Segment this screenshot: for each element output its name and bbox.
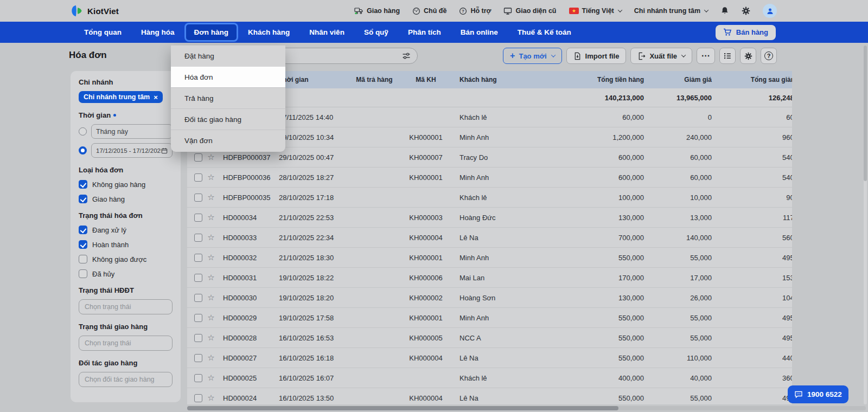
header-customer[interactable]: Khách hàng: [453, 76, 556, 83]
kiotviet-logo[interactable]: KiotViet: [71, 4, 119, 17]
vertical-scrollbar-thumb[interactable]: [864, 46, 867, 181]
table-row[interactable]: ☆ HDFBP000036 28/10/2025 18:27 KH000001 …: [187, 168, 792, 188]
table-row[interactable]: ☆ HD000030 19/10/2025 18:20 KH000002 Hoà…: [187, 288, 792, 308]
star-icon[interactable]: ☆: [202, 393, 220, 403]
star-icon[interactable]: ☆: [202, 253, 220, 262]
star-icon[interactable]: ☆: [202, 273, 220, 282]
row-checkbox[interactable]: [194, 374, 202, 382]
topbar-language[interactable]: Tiếng Việt: [569, 7, 622, 15]
table-row[interactable]: ☆ HD000027 16/10/2025 16:18 KH000004 Lê …: [187, 348, 792, 368]
nav-tab[interactable]: Thuế & Kế toán: [509, 24, 579, 40]
delivery-status-select[interactable]: Chọn trạng thái: [79, 336, 173, 351]
row-checkbox[interactable]: [194, 234, 202, 242]
checkbox-option[interactable]: Hoàn thành: [79, 240, 173, 249]
topbar-old-interface[interactable]: Giao diện cũ: [503, 7, 556, 15]
menu-item[interactable]: Hóa đơn: [171, 66, 285, 87]
star-icon[interactable]: ☆: [202, 373, 220, 383]
create-new-button[interactable]: + Tạo mới: [503, 48, 561, 64]
settings-gear[interactable]: [742, 7, 750, 15]
time-range-input[interactable]: 17/12/2015 - 17/12/2025: [91, 143, 173, 158]
table-row[interactable]: ☆ HD000029 19/10/2025 17:58 KH000001 Min…: [187, 308, 792, 328]
more-actions-button[interactable]: ⋯: [697, 48, 715, 64]
menu-item[interactable]: Trả hàng: [171, 87, 285, 108]
table-row[interactable]: ☆ HD000031 19/10/2025 18:22 KH000006 Mai…: [187, 268, 792, 288]
import-file-button[interactable]: Import file: [566, 48, 627, 64]
menu-item[interactable]: Đối tác giao hàng: [171, 108, 285, 130]
nav-tab[interactable]: Đơn hàng: [186, 24, 237, 40]
branch-chip[interactable]: Chi nhánh trung tâm ×: [79, 91, 163, 103]
star-icon[interactable]: ☆: [202, 353, 220, 363]
row-checkbox[interactable]: [194, 153, 202, 162]
nav-tab[interactable]: Khách hàng: [240, 24, 298, 40]
time-range-radio[interactable]: [79, 146, 87, 154]
table-row[interactable]: ☆ HD000025 16/10/2025 16:07 Khách lẻ 400…: [187, 368, 792, 388]
horizontal-scrollbar[interactable]: [187, 406, 866, 410]
notification-bell[interactable]: [720, 7, 729, 15]
row-checkbox[interactable]: [194, 214, 202, 222]
checkbox-option[interactable]: Giao hàng: [79, 195, 173, 203]
checkbox-option[interactable]: Không giao hàng: [79, 180, 173, 189]
bell-icon: [720, 7, 729, 15]
help-button[interactable]: ?: [761, 48, 777, 64]
checkbox-option[interactable]: Đã hủy: [79, 269, 173, 278]
column-settings-button[interactable]: [719, 48, 736, 64]
star-icon[interactable]: ☆: [202, 192, 220, 202]
topbar-delivery[interactable]: Giao hàng: [354, 7, 400, 15]
header-total-after[interactable]: Tổng sau giảm giá: [716, 76, 792, 83]
star-icon[interactable]: ☆: [202, 152, 220, 162]
topbar-support[interactable]: ? Hỗ trợ: [459, 7, 491, 15]
star-icon[interactable]: ☆: [202, 213, 220, 222]
time-preset-select[interactable]: Tháng này: [91, 124, 173, 139]
nav-tab[interactable]: Bán online: [452, 24, 506, 40]
header-discount[interactable]: Giảm giá: [648, 76, 716, 83]
star-icon[interactable]: ☆: [202, 293, 220, 302]
hotline-chat-button[interactable]: 1900 6522: [788, 385, 848, 403]
star-icon[interactable]: ☆: [202, 233, 220, 242]
row-checkbox[interactable]: [194, 173, 202, 182]
horizontal-scrollbar-thumb[interactable]: [187, 406, 618, 410]
table-row[interactable]: ☆ HDFBP000035 28/10/2025 17:18 Khách lẻ …: [187, 188, 792, 208]
header-customer-code[interactable]: Mã KH: [399, 76, 453, 83]
topbar-branch-selector[interactable]: Chi nhánh trung tâm: [634, 7, 708, 15]
nav-tab[interactable]: Phân tích: [400, 24, 449, 40]
table-row[interactable]: ☆ HD000033 21/10/2025 22:34 KH000004 Lê …: [187, 228, 792, 248]
nav-tab[interactable]: Hàng hóa: [133, 24, 183, 40]
menu-item[interactable]: Đặt hàng: [171, 45, 285, 66]
row-checkbox[interactable]: [194, 194, 202, 202]
header-return-code[interactable]: Mã trả hàng: [350, 76, 399, 83]
nav-tab[interactable]: Tổng quan: [76, 24, 130, 40]
vertical-scrollbar[interactable]: [864, 46, 867, 404]
nav-tab[interactable]: Nhân viên: [301, 24, 353, 40]
time-preset-radio[interactable]: [79, 127, 87, 136]
star-icon[interactable]: ☆: [202, 172, 220, 182]
checkbox-option[interactable]: Không giao được: [79, 255, 173, 263]
table-row[interactable]: ☆ HD000032 21/10/2025 18:30 KH000001 Min…: [187, 248, 792, 268]
checkbox-option[interactable]: Đang xử lý: [79, 226, 173, 234]
export-file-button[interactable]: Xuất file: [630, 48, 692, 64]
star-icon[interactable]: ☆: [202, 313, 220, 323]
star-icon[interactable]: ☆: [202, 333, 220, 343]
nav-tab[interactable]: Sổ quỹ: [356, 24, 397, 40]
topbar-theme[interactable]: Chủ đề: [412, 7, 446, 15]
row-checkbox[interactable]: [194, 254, 202, 262]
row-checkbox[interactable]: [194, 354, 202, 362]
delivery-partner-select[interactable]: Chọn đối tác giao hàng: [79, 372, 173, 387]
table-settings-button[interactable]: [740, 48, 756, 64]
cell-customer: Minh Anh: [453, 133, 556, 141]
table-row[interactable]: ☆ HD000028 16/10/2025 16:53 KH000005 NCC…: [187, 328, 792, 348]
table-row[interactable]: ☆ HD000034 21/10/2025 22:53 KH000003 Hoà…: [187, 208, 792, 228]
table-row[interactable]: ☆ HD000024 16/10/2025 13:50 KH000004 Lê …: [187, 388, 792, 404]
row-checkbox[interactable]: [194, 394, 202, 402]
row-checkbox[interactable]: [194, 274, 202, 282]
menu-item[interactable]: Vận đơn: [171, 130, 285, 151]
header-total[interactable]: Tổng tiền hàng: [556, 76, 648, 83]
menu-item-label: Vận đơn: [184, 137, 213, 145]
user-avatar[interactable]: [763, 4, 777, 18]
row-checkbox[interactable]: [194, 314, 202, 322]
close-icon[interactable]: ×: [154, 94, 158, 101]
filter-sliders-icon[interactable]: [402, 52, 411, 60]
einvoice-status-select[interactable]: Chọn trạng thái: [79, 299, 173, 314]
row-checkbox[interactable]: [194, 294, 202, 302]
row-checkbox[interactable]: [194, 334, 202, 342]
sell-button[interactable]: Bán hàng: [716, 25, 776, 40]
